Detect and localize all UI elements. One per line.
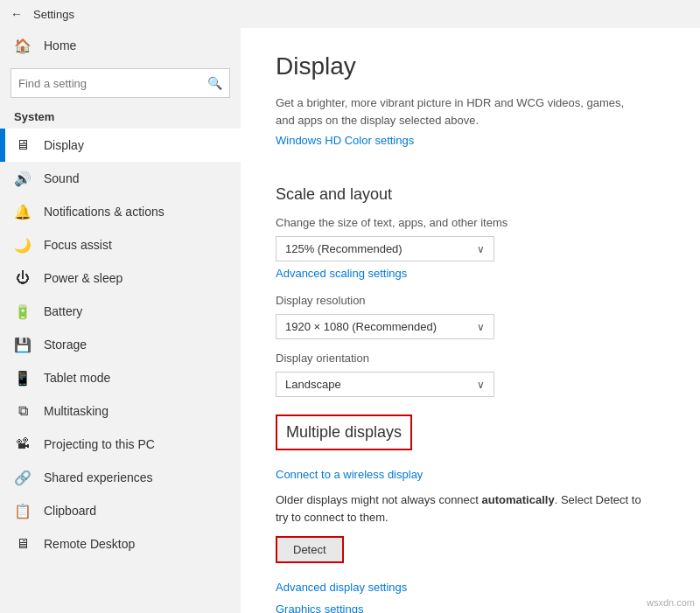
sidebar-item-battery[interactable]: 🔋 Battery <box>0 295 241 328</box>
system-section-label: System <box>0 107 241 129</box>
sidebar-item-home[interactable]: 🏠 Home <box>0 28 241 63</box>
sidebar-label-storage: Storage <box>44 338 87 352</box>
sidebar-item-remote[interactable]: 🖥 Remote Desktop <box>0 527 241 561</box>
content-area: Display Get a brighter, more vibrant pic… <box>241 28 700 613</box>
sidebar-item-projecting[interactable]: 📽 Projecting to this PC <box>0 428 241 461</box>
multiple-displays-section: Multiple displays <box>276 414 412 450</box>
sidebar-label-power: Power & sleep <box>44 271 122 285</box>
sidebar-item-power[interactable]: ⏻ Power & sleep <box>0 261 241 295</box>
resolution-value: 1920 × 1080 (Recommended) <box>285 320 437 333</box>
sidebar-label-focus: Focus assist <box>44 238 112 252</box>
connect-wireless-link[interactable]: Connect to a wireless display <box>276 468 665 481</box>
tablet-icon: 📱 <box>14 369 32 387</box>
chevron-down-icon-2: ∨ <box>477 321 485 333</box>
sidebar-label-display: Display <box>44 138 84 152</box>
sidebar-item-storage[interactable]: 💾 Storage <box>0 328 241 361</box>
display-icon: 🖥 <box>14 136 32 154</box>
detect-desc-bold: automatically <box>482 493 555 506</box>
page-title: Display <box>276 52 665 80</box>
notifications-icon: 🔔 <box>14 203 32 220</box>
hdr-description: Get a brighter, more vibrant picture in … <box>276 94 643 129</box>
sound-icon: 🔊 <box>14 170 32 187</box>
chevron-down-icon: ∨ <box>477 243 485 255</box>
app-body: 🏠 Home 🔍 System 🖥 Display 🔊 Sound 🔔 Noti… <box>0 28 700 613</box>
scale-dropdown[interactable]: 125% (Recommended) ∨ <box>276 236 494 261</box>
detect-desc-text1: Older displays might not always connect <box>276 493 482 506</box>
search-icon: 🔍 <box>207 76 222 90</box>
scale-layout-title: Scale and layout <box>276 185 665 204</box>
hdr-link[interactable]: Windows HD Color settings <box>276 134 414 147</box>
sidebar-home-label: Home <box>44 38 76 52</box>
sidebar-label-multitasking: Multitasking <box>44 404 108 418</box>
sidebar-item-sound[interactable]: 🔊 Sound <box>0 162 241 195</box>
sidebar-item-multitasking[interactable]: ⧉ Multitasking <box>0 394 241 428</box>
remote-icon: 🖥 <box>14 535 32 553</box>
back-button[interactable]: ← <box>10 7 23 21</box>
advanced-scaling-link[interactable]: Advanced scaling settings <box>276 267 407 280</box>
detect-button[interactable]: Detect <box>276 536 344 563</box>
sidebar-item-focus[interactable]: 🌙 Focus assist <box>0 228 241 261</box>
search-input[interactable] <box>18 77 207 90</box>
watermark: wsxdn.com <box>647 597 695 608</box>
clipboard-icon: 📋 <box>14 502 32 519</box>
focus-icon: 🌙 <box>14 236 32 254</box>
sidebar-label-clipboard: Clipboard <box>44 504 96 518</box>
sidebar-label-shared: Shared experiences <box>44 470 153 484</box>
sidebar-label-battery: Battery <box>44 304 82 318</box>
sidebar-label-notifications: Notifications & actions <box>44 205 164 219</box>
chevron-down-icon-3: ∨ <box>477 379 485 391</box>
detect-description: Older displays might not always connect … <box>276 491 643 526</box>
scale-value: 125% (Recommended) <box>285 242 402 255</box>
title-bar-title: Settings <box>33 8 74 21</box>
advanced-display-link[interactable]: Advanced display settings <box>276 581 665 594</box>
orientation-value: Landscape <box>285 378 341 391</box>
search-box[interactable]: 🔍 <box>10 68 230 98</box>
scale-label: Change the size of text, apps, and other… <box>276 216 665 229</box>
storage-icon: 💾 <box>14 336 32 353</box>
sidebar-item-display[interactable]: 🖥 Display <box>0 129 241 162</box>
graphics-settings-link[interactable]: Graphics settings <box>276 603 665 613</box>
battery-icon: 🔋 <box>14 303 32 320</box>
sidebar-label-sound: Sound <box>44 171 79 185</box>
title-bar: ← Settings <box>0 0 700 28</box>
shared-icon: 🔗 <box>14 469 32 486</box>
power-icon: ⏻ <box>14 269 32 287</box>
sidebar-label-remote: Remote Desktop <box>44 537 135 551</box>
sidebar-item-shared[interactable]: 🔗 Shared experiences <box>0 461 241 494</box>
sidebar: 🏠 Home 🔍 System 🖥 Display 🔊 Sound 🔔 Noti… <box>0 28 241 613</box>
sidebar-item-tablet[interactable]: 📱 Tablet mode <box>0 361 241 394</box>
projecting-icon: 📽 <box>14 435 32 453</box>
home-icon: 🏠 <box>14 37 32 54</box>
resolution-label: Display resolution <box>276 294 665 307</box>
multitasking-icon: ⧉ <box>14 402 32 420</box>
orientation-label: Display orientation <box>276 352 665 365</box>
sidebar-label-tablet: Tablet mode <box>44 371 110 385</box>
multiple-displays-title: Multiple displays <box>286 423 402 441</box>
sidebar-item-clipboard[interactable]: 📋 Clipboard <box>0 494 241 527</box>
sidebar-item-notifications[interactable]: 🔔 Notifications & actions <box>0 195 241 228</box>
sidebar-label-projecting: Projecting to this PC <box>44 437 155 451</box>
orientation-dropdown[interactable]: Landscape ∨ <box>276 372 494 397</box>
resolution-dropdown[interactable]: 1920 × 1080 (Recommended) ∨ <box>276 314 494 339</box>
